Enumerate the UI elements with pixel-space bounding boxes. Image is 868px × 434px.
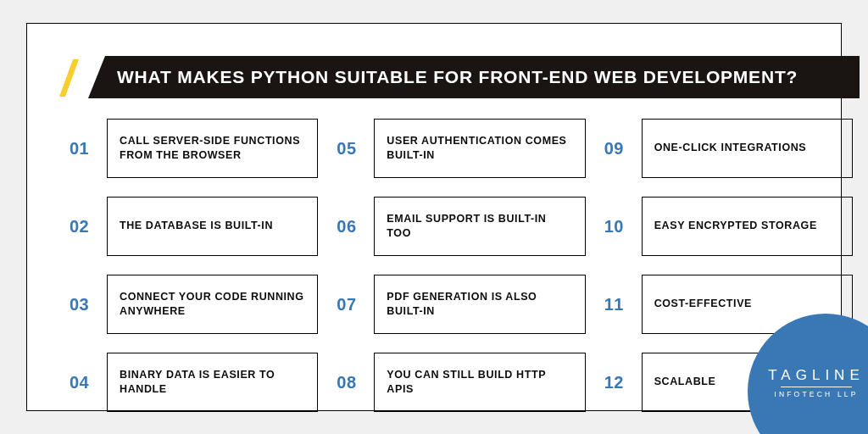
content-frame: WHAT MAKES PYTHON SUITABLE FOR FRONT-END… (26, 23, 842, 411)
item-text: EASY ENCRYPTED STORAGE (642, 197, 853, 256)
item-number: 06 (337, 197, 374, 256)
list-item: 01 CALL SERVER-SIDE FUNCTIONS FROM THE B… (70, 119, 318, 178)
list-item: 05 USER AUTHENTICATION COMES BUILT-IN (337, 119, 585, 178)
list-item: 07 PDF GENERATION IS ALSO BUILT-IN (337, 275, 585, 334)
list-item: 10 EASY ENCRYPTED STORAGE (604, 197, 853, 256)
item-text: BINARY DATA IS EASIER TO HANDLE (107, 353, 318, 412)
item-text: EMAIL SUPPORT IS BUILT-IN TOO (374, 197, 585, 256)
list-item: 04 BINARY DATA IS EASIER TO HANDLE (70, 353, 318, 412)
item-text: THE DATABASE IS BUILT-IN (107, 197, 318, 256)
item-number: 02 (70, 197, 107, 256)
list-item: 03 CONNECT YOUR CODE RUNNING ANYWHERE (70, 275, 318, 334)
brand-subtitle: INFOTECH LLP (774, 390, 858, 398)
header: WHAT MAKES PYTHON SUITABLE FOR FRONT-END… (63, 56, 860, 98)
item-number: 12 (604, 353, 642, 412)
item-text: USER AUTHENTICATION COMES BUILT-IN (374, 119, 585, 178)
page-title: WHAT MAKES PYTHON SUITABLE FOR FRONT-END… (117, 67, 798, 87)
item-text: CONNECT YOUR CODE RUNNING ANYWHERE (107, 275, 318, 334)
item-text: CALL SERVER-SIDE FUNCTIONS FROM THE BROW… (107, 119, 318, 178)
list-item: 02 THE DATABASE IS BUILT-IN (70, 197, 318, 256)
list-item: 09 ONE-CLICK INTEGRATIONS (604, 119, 853, 178)
item-number: 04 (70, 353, 107, 412)
item-number: 11 (604, 275, 642, 334)
item-text: ONE-CLICK INTEGRATIONS (642, 119, 853, 178)
item-number: 01 (70, 119, 107, 178)
item-number: 03 (70, 275, 107, 334)
feature-grid: 01 CALL SERVER-SIDE FUNCTIONS FROM THE B… (70, 119, 853, 412)
item-text: YOU CAN STILL BUILD HTTP APIS (374, 353, 585, 412)
item-number: 09 (604, 119, 642, 178)
item-number: 10 (604, 197, 642, 256)
title-bar: WHAT MAKES PYTHON SUITABLE FOR FRONT-END… (88, 56, 860, 98)
list-item: 08 YOU CAN STILL BUILD HTTP APIS (337, 353, 585, 412)
accent-slash-icon (59, 59, 79, 97)
item-number: 08 (337, 353, 374, 412)
list-item: 06 EMAIL SUPPORT IS BUILT-IN TOO (337, 197, 585, 256)
item-number: 05 (337, 119, 374, 178)
divider-icon (781, 387, 852, 387)
item-number: 07 (337, 275, 374, 334)
item-text: PDF GENERATION IS ALSO BUILT-IN (374, 275, 585, 334)
brand-name: TAGLINE (768, 367, 864, 384)
